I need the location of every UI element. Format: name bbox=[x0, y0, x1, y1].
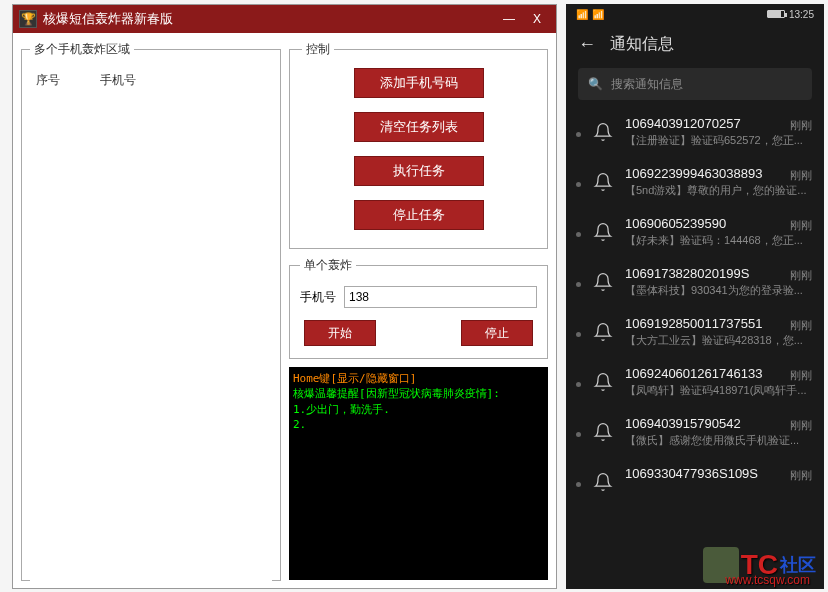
wifi-icon: 📶 bbox=[592, 9, 604, 20]
clear-tasks-button[interactable]: 清空任务列表 bbox=[354, 112, 484, 142]
single-area: 单个轰炸 手机号 开始 停止 bbox=[289, 257, 548, 359]
notification-item[interactable]: 1069173828020199S【墨体科技】930341为您的登录验...刚刚 bbox=[566, 258, 824, 308]
bell-icon bbox=[593, 472, 613, 492]
phone-input[interactable] bbox=[344, 286, 537, 308]
search-placeholder: 搜索通知信息 bbox=[611, 76, 683, 93]
bell-icon bbox=[593, 422, 613, 442]
search-icon: 🔍 bbox=[588, 77, 603, 91]
search-box[interactable]: 🔍 搜索通知信息 bbox=[578, 68, 812, 100]
notification-message: 【好未来】验证码：144468，您正... bbox=[625, 233, 812, 248]
unread-dot bbox=[576, 182, 581, 187]
notification-list[interactable]: 1069403912070257【注册验证】验证码652572，您正...刚刚1… bbox=[566, 108, 824, 502]
notification-number: 1069403912070257 bbox=[625, 116, 812, 131]
stop-tasks-button[interactable]: 停止任务 bbox=[354, 200, 484, 230]
window-title: 核爆短信轰炸器新春版 bbox=[43, 10, 496, 28]
notification-time: 刚刚 bbox=[790, 368, 812, 383]
bell-icon bbox=[593, 272, 613, 292]
notification-time: 刚刚 bbox=[790, 318, 812, 333]
bell-icon bbox=[593, 222, 613, 242]
notification-number: 1069223999463038893 bbox=[625, 166, 812, 181]
notification-message: 【凤鸣轩】验证码418971(凤鸣轩手... bbox=[625, 383, 812, 398]
signal-icon: 📶 bbox=[576, 9, 588, 20]
notification-message: 【5nd游戏】尊敬的用户，您的验证... bbox=[625, 183, 812, 198]
notification-number: 10690605239590 bbox=[625, 216, 812, 231]
notification-time: 刚刚 bbox=[790, 418, 812, 433]
notification-item[interactable]: 1069240601261746133【凤鸣轩】验证码418971(凤鸣轩手..… bbox=[566, 358, 824, 408]
bell-icon bbox=[593, 322, 613, 342]
unread-dot bbox=[576, 282, 581, 287]
unread-dot bbox=[576, 132, 581, 137]
run-tasks-button[interactable]: 执行任务 bbox=[354, 156, 484, 186]
bell-icon bbox=[593, 122, 613, 142]
watermark-url: www.tcsqw.com bbox=[725, 573, 810, 587]
unread-dot bbox=[576, 382, 581, 387]
th-phone: 手机号 bbox=[100, 72, 272, 89]
controls-legend: 控制 bbox=[302, 41, 334, 58]
notification-number: 1069192850011737551 bbox=[625, 316, 812, 331]
single-legend: 单个轰炸 bbox=[300, 257, 356, 274]
stop-single-button[interactable]: 停止 bbox=[461, 320, 533, 346]
notification-item[interactable]: 1069192850011737551【大方工业云】验证码428318，您...… bbox=[566, 308, 824, 358]
notification-number: 1069330477936S109S bbox=[625, 466, 812, 481]
add-phone-button[interactable]: 添加手机号码 bbox=[354, 68, 484, 98]
notification-message: 【微氏】感谢您使用微氏手机验证... bbox=[625, 433, 812, 448]
minimize-button[interactable]: — bbox=[496, 9, 522, 29]
table-header: 序号 手机号 bbox=[30, 66, 272, 95]
notification-number: 1069403915790542 bbox=[625, 416, 812, 431]
unread-dot bbox=[576, 432, 581, 437]
unread-dot bbox=[576, 482, 581, 487]
unread-dot bbox=[576, 332, 581, 337]
notification-time: 刚刚 bbox=[790, 468, 812, 483]
notification-time: 刚刚 bbox=[790, 168, 812, 183]
notification-message: 【大方工业云】验证码428318，您... bbox=[625, 333, 812, 348]
start-button[interactable]: 开始 bbox=[304, 320, 376, 346]
console-line: 核爆温馨提醒[因新型冠状病毒肺炎疫情]: bbox=[293, 386, 544, 401]
console-line: 2. bbox=[293, 417, 544, 432]
notification-item[interactable]: 1069330477936S109S刚刚 bbox=[566, 458, 824, 502]
statusbar: 📶 📶 13:25 bbox=[566, 4, 824, 24]
back-arrow-icon[interactable]: ← bbox=[578, 34, 596, 55]
app-icon: 🏆 bbox=[19, 10, 37, 28]
header-title: 通知信息 bbox=[610, 34, 674, 55]
notification-item[interactable]: 1069403915790542【微氏】感谢您使用微氏手机验证...刚刚 bbox=[566, 408, 824, 458]
multi-phone-area: 多个手机轰炸区域 序号 手机号 bbox=[21, 41, 281, 581]
notification-message: 【注册验证】验证码652572，您正... bbox=[625, 133, 812, 148]
phone-screenshot: 📶 📶 13:25 ← 通知信息 🔍 搜索通知信息 10694039120702… bbox=[566, 4, 824, 589]
bell-icon bbox=[593, 172, 613, 192]
controls-area: 控制 添加手机号码 清空任务列表 执行任务 停止任务 bbox=[289, 41, 548, 249]
close-button[interactable]: X bbox=[524, 9, 550, 29]
notification-time: 刚刚 bbox=[790, 268, 812, 283]
table-body[interactable] bbox=[30, 95, 272, 585]
phone-label: 手机号 bbox=[300, 289, 336, 306]
bell-icon bbox=[593, 372, 613, 392]
console-line: 1.少出门，勤洗手. bbox=[293, 402, 544, 417]
notification-number: 1069173828020199S bbox=[625, 266, 812, 281]
multi-legend: 多个手机轰炸区域 bbox=[30, 41, 134, 58]
app-window: 🏆 核爆短信轰炸器新春版 — X 多个手机轰炸区域 序号 手机号 控制 添加手机… bbox=[12, 4, 557, 589]
notification-time: 刚刚 bbox=[790, 218, 812, 233]
notification-message: 【墨体科技】930341为您的登录验... bbox=[625, 283, 812, 298]
notification-item[interactable]: 1069403912070257【注册验证】验证码652572，您正...刚刚 bbox=[566, 108, 824, 158]
titlebar[interactable]: 🏆 核爆短信轰炸器新春版 — X bbox=[13, 5, 556, 33]
th-sequence: 序号 bbox=[30, 72, 100, 89]
notification-item[interactable]: 1069223999463038893【5nd游戏】尊敬的用户，您的验证...刚… bbox=[566, 158, 824, 208]
console-line: Home键[显示/隐藏窗口] bbox=[293, 371, 544, 386]
notification-time: 刚刚 bbox=[790, 118, 812, 133]
battery-icon bbox=[767, 10, 785, 18]
phone-header: ← 通知信息 bbox=[566, 24, 824, 64]
notification-item[interactable]: 10690605239590【好未来】验证码：144468，您正...刚刚 bbox=[566, 208, 824, 258]
console-output: Home键[显示/隐藏窗口] 核爆温馨提醒[因新型冠状病毒肺炎疫情]: 1.少出… bbox=[289, 367, 548, 580]
notification-number: 1069240601261746133 bbox=[625, 366, 812, 381]
unread-dot bbox=[576, 232, 581, 237]
clock: 13:25 bbox=[789, 9, 814, 20]
